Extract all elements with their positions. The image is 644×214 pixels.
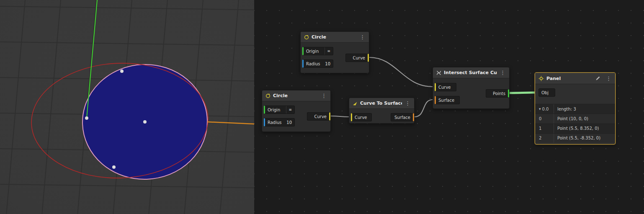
wire-circle1-to-intersect[interactable] (369, 57, 433, 87)
row-key: ▾0.0 (535, 104, 554, 113)
wire-surface-to-intersect[interactable] (415, 100, 433, 117)
node-circle-2[interactable]: Circle ⋮ Origin ≡ Radius 10 Curve (262, 90, 331, 132)
radius-input-socket[interactable]: Radius 10 (264, 118, 295, 126)
edit-icon[interactable] (595, 76, 600, 81)
node-header[interactable]: Curve To Surface ⋮ (349, 98, 414, 109)
intersect-icon (436, 70, 441, 75)
panel-output-table: ▾0.0 length: 3 0 Point (10, 0, 0) 1 Poin… (535, 104, 615, 143)
origin-input-socket[interactable]: Origin ≡ (264, 106, 295, 114)
circle-icon (265, 93, 270, 98)
row-value: length: 3 (554, 107, 576, 111)
surface-input-socket[interactable]: Surface (435, 96, 460, 104)
node-header[interactable]: Panel ⋮ (535, 73, 615, 84)
node-header[interactable]: Intersect Surface Curve ⋮ (433, 67, 509, 78)
node-title: Intersect Surface Curve (444, 70, 497, 75)
orange-line (207, 122, 254, 124)
node-menu-icon[interactable]: ⋮ (359, 34, 366, 40)
vertex-dot (85, 116, 88, 120)
vertex-dot (120, 70, 124, 73)
row-key: 2 (535, 134, 554, 143)
points-output-socket[interactable]: Points (486, 89, 509, 98)
node-editor-canvas[interactable]: Circle ⋮ Origin ≡ Radius 10 Curve Circle… (254, 0, 644, 214)
curve-output-socket[interactable]: Curve (345, 54, 369, 62)
viewport-3d[interactable] (0, 0, 254, 214)
socket-label: Curve (314, 114, 327, 119)
socket-label: Points (493, 91, 505, 96)
panel-row: 0 Point (10, 0, 0) (535, 114, 615, 124)
panel-row-header[interactable]: ▾0.0 length: 3 (535, 104, 615, 114)
obj-input-socket[interactable]: Obj (538, 88, 555, 97)
panel-row: 1 Point (5.5, 8.352, 0) (535, 124, 615, 134)
node-circle-1[interactable]: Circle ⋮ Origin ≡ Radius 10 Curve (300, 31, 369, 73)
socket-label: Curve (353, 56, 365, 60)
node-header[interactable]: Circle ⋮ (262, 90, 330, 101)
socket-label: Surface (438, 98, 454, 103)
sliders-icon[interactable]: ≡ (325, 47, 330, 55)
node-title: Curve To Surface (360, 101, 402, 106)
node-menu-icon[interactable]: ⋮ (321, 93, 327, 98)
node-panel[interactable]: Panel ⋮ Obj ▾0.0 length: 3 0 Point (10, … (535, 72, 616, 144)
panel-row: 2 Point (5.5, -8.352, 0) (535, 134, 615, 143)
sliders-icon[interactable]: ≡ (286, 106, 292, 113)
node-curve-to-surface[interactable]: Curve To Surface ⋮ Curve Surface (349, 98, 415, 124)
node-header[interactable]: Circle ⋮ (301, 32, 369, 43)
row-value: Point (5.5, -8.352, 0) (554, 136, 600, 140)
viewport-canvas (0, 0, 254, 214)
row-key: 1 (535, 124, 554, 133)
origin-input-socket[interactable]: Origin ≡ (302, 47, 333, 55)
node-intersect-surface-curve[interactable]: Intersect Surface Curve ⋮ Curve Surface … (433, 67, 510, 109)
socket-label: Curve (438, 85, 451, 90)
wire-circle2-to-curvetosurface[interactable] (331, 116, 349, 117)
wire-points-to-panel[interactable] (510, 93, 536, 93)
socket-label: Surface (394, 115, 410, 120)
radius-value[interactable]: 10 (325, 62, 330, 66)
node-menu-icon[interactable]: ⋮ (605, 76, 612, 81)
node-title: Panel (546, 76, 593, 81)
vertex-dot (112, 165, 116, 169)
socket-label: Radius (306, 62, 320, 66)
curve-to-surface-icon (353, 101, 358, 106)
curve-input-socket[interactable]: Curve (435, 83, 456, 91)
row-value: Point (10, 0, 0) (554, 116, 588, 121)
socket-label: Obj (541, 90, 549, 95)
curve-input-socket[interactable]: Curve (351, 113, 372, 121)
circle-icon (304, 35, 309, 40)
radius-value[interactable]: 10 (286, 120, 292, 125)
node-menu-icon[interactable]: ⋮ (500, 70, 506, 75)
socket-label: Origin (268, 108, 280, 112)
node-title: Circle (312, 34, 357, 40)
node-title: Circle (273, 93, 318, 98)
caret-down-icon[interactable]: ▾ (539, 107, 541, 111)
panel-icon (538, 76, 544, 81)
vertex-dot (143, 120, 147, 124)
row-value: Point (5.5, 8.352, 0) (554, 126, 599, 131)
curve-output-socket[interactable]: Curve (307, 112, 330, 121)
radius-input-socket[interactable]: Radius 10 (302, 59, 333, 68)
row-key: 0 (535, 114, 554, 123)
node-menu-icon[interactable]: ⋮ (404, 101, 411, 106)
surface-output-socket[interactable]: Surface (391, 113, 414, 121)
socket-label: Curve (355, 115, 367, 120)
socket-label: Origin (306, 49, 319, 54)
socket-label: Radius (268, 120, 282, 125)
